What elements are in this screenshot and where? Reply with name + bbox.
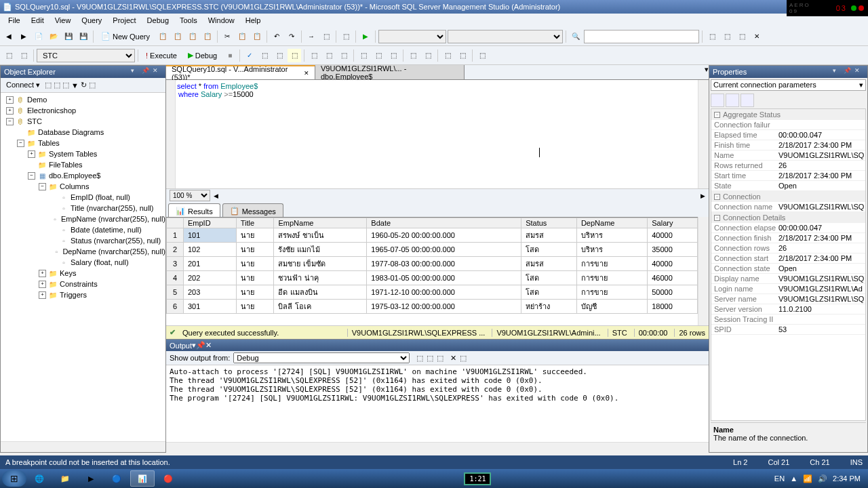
tb-r3[interactable]: ⬚	[735, 30, 749, 43]
tree-node[interactable]: ▫EmpName (nvarchar(255), null)	[1, 214, 165, 224]
tb-icon-2[interactable]: 📋	[171, 30, 184, 43]
tree-node[interactable]: −▦dbo.Employee$	[1, 170, 165, 181]
grid-cell[interactable]: 1960-05-20 00:00:00.000	[367, 228, 521, 243]
properties-grid[interactable]: −Aggregate StatusConnection failurElapse…	[711, 108, 866, 421]
tree-node[interactable]: −🛢STC	[1, 116, 165, 127]
grid-cell[interactable]: 4	[167, 271, 184, 285]
grid-cell[interactable]: 203	[184, 285, 237, 300]
tree-expander[interactable]: −	[6, 118, 14, 125]
property-value[interactable]: 53	[776, 325, 865, 334]
taskbar-media[interactable]: ▶	[79, 470, 103, 487]
property-value[interactable]: V9UOM1GLZSI1RWL\SQ	[776, 294, 865, 304]
forward-button[interactable]: ▶	[17, 30, 31, 43]
sql-editor[interactable]: ⊟select * from Employee$ where Salary >=…	[166, 80, 698, 188]
grid-cell[interactable]: โสด	[521, 285, 577, 300]
grid-scrollbar-v[interactable]	[698, 217, 709, 325]
output-scrollbar-h[interactable]	[166, 442, 709, 453]
tree-expander[interactable]: −	[39, 183, 46, 190]
property-value[interactable]: 2/18/2017 2:34:00 PM	[776, 233, 865, 243]
grid-cell[interactable]: 5	[167, 285, 184, 300]
tree-node[interactable]: ▫Salary (float, null)	[1, 257, 165, 268]
properties-object-combo[interactable]: Current connection parameters▾	[711, 79, 866, 91]
tree-node[interactable]: ▫Title (nvarchar(255), null)	[1, 203, 165, 214]
tree-expander[interactable]: +	[39, 291, 46, 299]
grid-cell[interactable]: โสด	[521, 271, 577, 285]
oe-btn-3[interactable]: ⬚	[62, 81, 69, 89]
grid-cell[interactable]: 1	[167, 228, 184, 243]
refresh-icon[interactable]: ↻	[81, 81, 87, 89]
out-btn-2[interactable]: ⬚	[427, 354, 433, 363]
menu-window[interactable]: Window	[203, 15, 240, 26]
grid-cell[interactable]: บริหาร	[576, 228, 647, 243]
grid-cell[interactable]: บิลลี โอเค	[274, 300, 367, 314]
output-from-combo[interactable]: Debug	[233, 352, 410, 363]
tray-network-icon[interactable]: 📶	[803, 474, 812, 483]
close-panel-icon[interactable]: ✕	[153, 67, 162, 77]
prop-pin-icon[interactable]: 📌	[844, 67, 853, 77]
property-row[interactable]: Connection finish2/18/2017 2:34:00 PM	[711, 233, 865, 243]
out-btn-5[interactable]: ⬚	[460, 354, 467, 363]
outdent-btn[interactable]: ⬚	[421, 49, 435, 62]
grid-cell[interactable]: 201	[184, 257, 237, 271]
grid-cell[interactable]: 101	[184, 228, 237, 243]
categorized-icon[interactable]	[711, 94, 724, 107]
grid-cell[interactable]: 1983-01-05 00:00:00.000	[367, 271, 521, 285]
property-row[interactable]: Server nameV9UOM1GLZSI1RWL\SQ	[711, 294, 865, 304]
grid-cell[interactable]: 202	[184, 271, 237, 285]
grid-cell[interactable]: 50000	[648, 285, 698, 300]
tray-time[interactable]: 2:34 PM	[833, 474, 861, 483]
tb-icon-4[interactable]: 📋	[201, 30, 214, 43]
grid-cell[interactable]: โสด	[521, 243, 577, 257]
save-all-button[interactable]: 💾	[77, 30, 90, 43]
tb2-d[interactable]: ⬚	[307, 49, 321, 62]
grid-header[interactable]: EmpName	[274, 218, 367, 228]
tb2-1[interactable]: ⬚	[2, 49, 16, 62]
tree-node[interactable]: ▫DepName (nvarchar(255), null)	[1, 246, 165, 257]
property-row[interactable]: Connection nameV9UOM1GLZSI1RWL\SQ	[711, 202, 865, 212]
database-combo[interactable]: STC	[37, 49, 135, 62]
menu-view[interactable]: View	[50, 15, 77, 26]
connect-button[interactable]: Connect ▾	[3, 79, 43, 91]
tree-node[interactable]: +🛢Demo	[1, 94, 165, 105]
property-category[interactable]: −Aggregate Status	[711, 109, 865, 120]
oe-btn-1[interactable]: ⬚	[45, 81, 52, 89]
parse-button[interactable]: ✓	[243, 49, 256, 62]
tree-node[interactable]: +📁Triggers	[1, 289, 165, 300]
tree-node[interactable]: +📁Constraints	[1, 279, 165, 289]
tb-r4[interactable]: ✕	[750, 30, 764, 43]
tree-node[interactable]: −📁Tables	[1, 138, 165, 148]
grid-cell[interactable]: การขาย	[576, 271, 647, 285]
grid-cell[interactable]: นาย	[236, 300, 274, 314]
tree-node[interactable]: −📁Columns	[1, 181, 165, 192]
new-project-button[interactable]: 📄	[32, 30, 45, 43]
tree-expander[interactable]: +	[39, 281, 46, 288]
prop-pages-icon[interactable]	[741, 94, 754, 107]
prop-dropdown-icon[interactable]: ▾	[833, 67, 842, 77]
property-value[interactable]: 26	[776, 161, 865, 170]
grid-cell[interactable]: รังชัย แมกไม้	[274, 243, 367, 257]
out-btn-3[interactable]: ⬚	[437, 354, 443, 363]
property-value[interactable]: V9UOM1GLZSI1RWL\SQ	[776, 274, 865, 283]
oe-scrollbar-h[interactable]	[1, 441, 165, 452]
property-value[interactable]: 11.0.2100	[776, 304, 865, 314]
uncomment-btn[interactable]: ⬚	[456, 49, 469, 62]
property-row[interactable]: Connection stateOpen	[711, 264, 865, 274]
property-value[interactable]: 2/18/2017 2:34:00 PM	[776, 171, 865, 180]
results-grid[interactable]: EmpIDTitleEmpNameBdateStatusDepNameSalar…	[166, 217, 698, 325]
tb-nav-2[interactable]: ⬚	[319, 30, 333, 43]
tree-node[interactable]: 📁FileTables	[1, 159, 165, 170]
menu-project[interactable]: Project	[107, 15, 141, 26]
grid-cell[interactable]: การขาย	[576, 257, 647, 271]
grid-cell[interactable]: บริหาร	[576, 243, 647, 257]
tray-flag-icon[interactable]: ▲	[790, 474, 797, 483]
tab-sql-query[interactable]: SQLQuery10.sql - V...Administrator (53))…	[166, 65, 315, 79]
grid-cell[interactable]: 46000	[648, 271, 698, 285]
tb2-a[interactable]: ⬚	[258, 49, 271, 62]
debug-button[interactable]: ▶ Debug	[183, 49, 222, 62]
grid-cell[interactable]: 40000	[648, 228, 698, 243]
cut-button[interactable]: ✂	[220, 30, 234, 43]
alphabetical-icon[interactable]	[726, 94, 739, 107]
close-tab-icon[interactable]: ✕	[304, 70, 309, 77]
property-value[interactable]: V9UOM1GLZSI1RWL\SQ	[776, 202, 865, 211]
tb2-g[interactable]: ⬚	[357, 49, 370, 62]
